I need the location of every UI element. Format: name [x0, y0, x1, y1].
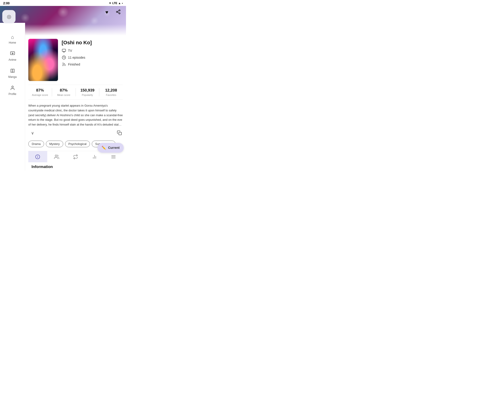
- poster-art: [28, 39, 58, 81]
- popularity-label: Popularity: [82, 94, 93, 96]
- episode-count: 11 episodes: [68, 56, 85, 59]
- status-bar: 2:00 ▼ LTE ▲ ▪: [0, 0, 126, 6]
- stat-popularity: 150,939 Popularity: [76, 88, 99, 96]
- info-icon: [35, 154, 40, 160]
- stat-favorites: 12,208 Favorites: [99, 88, 123, 96]
- genre-tag-mystery[interactable]: Mystery: [46, 141, 63, 147]
- hero-action-buttons: ♥: [103, 8, 122, 16]
- rss-icon: [62, 62, 66, 67]
- sidebar-item-profile[interactable]: Profile: [0, 83, 25, 98]
- sidebar-nav: ⌂ Home Anime Manga Profile: [0, 23, 25, 170]
- tab-characters[interactable]: [47, 151, 66, 162]
- popularity-value: 150,939: [80, 88, 94, 93]
- svg-line-3: [118, 12, 119, 13]
- average-score-value: 87%: [36, 88, 44, 93]
- mean-score-value: 87%: [60, 88, 68, 93]
- hero-nav: ← ♥: [0, 6, 126, 19]
- share-icon: [116, 9, 121, 16]
- svg-line-4: [118, 11, 119, 12]
- tab-stats[interactable]: [85, 151, 104, 162]
- svg-marker-6: [12, 53, 13, 54]
- clock-icon: [62, 55, 66, 60]
- sidebar-label-manga: Manga: [8, 75, 17, 78]
- sidebar-label-anime: Anime: [8, 58, 16, 61]
- page-wrapper: ◎ 2:00 ▼ LTE ▲ ▪ ← ♥: [0, 0, 126, 170]
- profile-icon: [10, 85, 15, 91]
- stats-icon: [92, 154, 97, 160]
- expand-description-button[interactable]: ∨: [28, 130, 37, 137]
- svg-point-7: [12, 86, 13, 88]
- average-score-label: Average score: [32, 94, 48, 96]
- wifi-icon: ▼: [109, 2, 111, 5]
- stat-average-score: 87% Average score: [28, 88, 52, 96]
- anime-icon: [10, 51, 15, 57]
- section-heading-information: Information: [28, 162, 123, 170]
- anime-title: [Oshi no Ko]: [62, 40, 123, 46]
- lte-label: LTE: [112, 2, 117, 5]
- copy-button[interactable]: [116, 129, 123, 137]
- fab-label: Current: [108, 146, 120, 150]
- favorites-label: Favorites: [106, 94, 116, 96]
- svg-rect-8: [62, 49, 66, 52]
- manga-icon: [10, 68, 15, 74]
- genre-tag-drama[interactable]: Drama: [28, 141, 44, 147]
- favorites-value: 12,208: [105, 88, 117, 93]
- home-icon: ⌂: [11, 34, 14, 40]
- sidebar-item-home[interactable]: ⌂ Home: [0, 32, 25, 47]
- sidebar-label-profile: Profile: [8, 92, 16, 96]
- anime-type: TV: [68, 49, 72, 53]
- svg-point-11: [63, 66, 63, 66]
- share-button[interactable]: [114, 8, 122, 16]
- copy-icon: [117, 130, 122, 135]
- heart-icon: ♥: [105, 9, 108, 15]
- signal-icon: ▲: [118, 2, 121, 5]
- svg-point-16: [55, 155, 57, 156]
- tab-info[interactable]: [28, 151, 47, 162]
- title-info: [Oshi no Ko] TV 11 episodes: [62, 39, 123, 81]
- sidebar-item-manga[interactable]: Manga: [0, 66, 25, 81]
- sidebar-label-home: Home: [9, 41, 16, 44]
- chevron-down-icon: ∨: [31, 131, 34, 135]
- airing-status: Finished: [68, 63, 80, 66]
- favorite-button[interactable]: ♥: [103, 8, 111, 16]
- svg-rect-12: [119, 132, 121, 135]
- meta-row-type: TV: [62, 48, 123, 53]
- expand-row: ∨: [28, 129, 123, 137]
- characters-icon: [54, 154, 59, 160]
- edit-icon: ✏️: [102, 146, 106, 150]
- anime-poster: [28, 39, 58, 81]
- battery-icon: ▪: [122, 2, 123, 5]
- tab-more[interactable]: [104, 151, 123, 162]
- mean-score-label: Mean score: [57, 94, 70, 96]
- meta-row-status: Finished: [62, 62, 123, 67]
- related-icon: [73, 154, 78, 160]
- more-icon: [111, 154, 116, 160]
- sidebar-item-anime[interactable]: Anime: [0, 49, 25, 64]
- genre-tag-psychological[interactable]: Psychological: [65, 141, 90, 147]
- anime-description: When a pregnant young starlet appears in…: [28, 103, 123, 127]
- current-fab-button[interactable]: ✏️ Current: [97, 143, 124, 153]
- compass-icon: ◎: [7, 14, 11, 20]
- tab-related[interactable]: [66, 151, 85, 162]
- nav-float-button[interactable]: ◎: [2, 10, 16, 23]
- title-section: [Oshi no Ko] TV 11 episodes: [28, 36, 123, 85]
- stat-mean-score: 87% Mean score: [52, 88, 76, 96]
- stats-row: 87% Average score 87% Mean score 150,939…: [28, 85, 123, 100]
- meta-row-episodes: 11 episodes: [62, 55, 123, 60]
- tv-icon: [62, 48, 66, 53]
- status-icons: ▼ LTE ▲ ▪: [109, 2, 123, 5]
- status-time: 2:00: [3, 1, 10, 5]
